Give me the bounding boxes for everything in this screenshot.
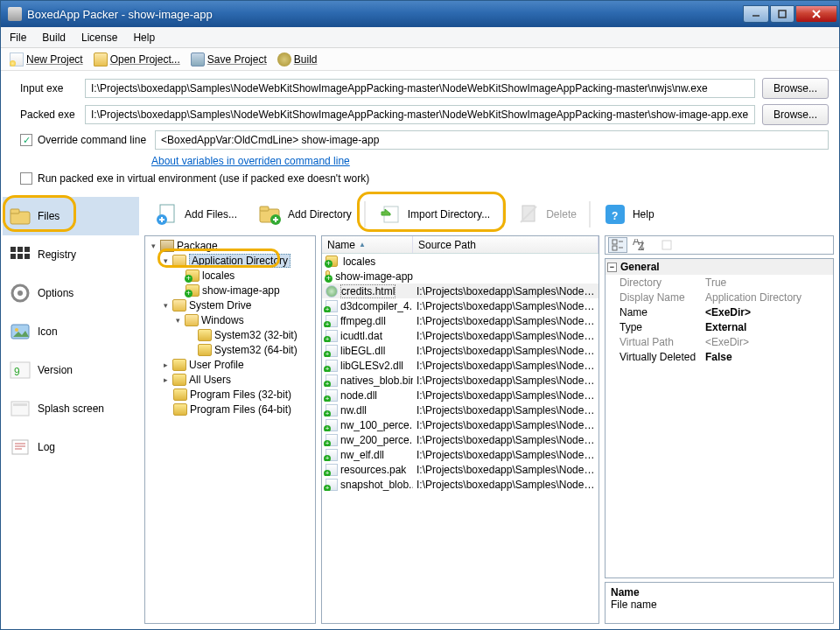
list-row[interactable]: d3dcompiler_4...I:\Projects\boxedapp\Sam… [322,298,598,313]
list-row[interactable]: natives_blob.binI:\Projects\boxedapp\Sam… [322,373,598,388]
file-path: I:\Projects\boxedapp\Samples\NodeW... [413,464,598,476]
maximize-button[interactable] [770,5,794,23]
list-row[interactable]: libGLESv2.dllI:\Projects\boxedapp\Sample… [322,358,598,373]
list-row[interactable]: nw_elf.dllI:\Projects\boxedapp\Samples\N… [322,447,598,462]
props-category-general[interactable]: −General [606,259,833,275]
svg-text:9: 9 [14,366,20,378]
input-browse-button[interactable]: Browse... [762,78,829,99]
list-row[interactable]: node.dllI:\Projects\boxedapp\Samples\Nod… [322,388,598,402]
list-body[interactable]: localesshow-image-appcredits.htmlI:\Proj… [322,254,598,623]
tree-node-user-profile[interactable]: ▸User Profile [145,357,315,372]
import-directory-button[interactable]: Import Directory... [369,199,499,230]
sidebar-item-registry[interactable]: Registry [3,235,139,274]
svg-rect-19 [13,403,27,406]
props-row-directory[interactable]: DirectoryTrue [606,275,833,290]
list-row[interactable]: nw.dllI:\Projects\boxedapp\Samples\NodeW… [322,402,598,417]
minimize-button[interactable] [743,5,769,23]
tree-node-locales[interactable]: locales [145,268,315,283]
delete-button[interactable]: Delete [508,199,585,230]
menu-file[interactable]: File [10,32,26,44]
tree-node-windows[interactable]: ▾Windows [145,312,315,327]
svg-rect-29 [260,206,269,211]
svg-rect-11 [24,254,30,259]
tree-node-show-image[interactable]: show-image-app [145,283,315,298]
directory-tree[interactable]: ▾Package ▾Application Directory locales … [144,235,316,624]
list-row[interactable]: resources.pakI:\Projects\boxedapp\Sample… [322,462,598,477]
menu-help[interactable]: Help [133,32,155,44]
props-categorized-button[interactable] [608,237,627,253]
packed-browse-button[interactable]: Browse... [762,104,829,125]
options-icon [8,283,32,304]
list-row[interactable]: ffmpeg.dllI:\Projects\boxedapp\Samples\N… [322,313,598,328]
collapse-icon[interactable]: ▾ [173,315,183,325]
collapse-icon[interactable]: ▾ [161,256,171,265]
list-row[interactable]: locales [322,254,598,269]
tree-node-pf64[interactable]: Program Files (64-bit) [145,402,315,416]
add-files-button[interactable]: Add Files... [146,199,246,230]
expand-icon[interactable]: ▸ [161,360,171,369]
list-row[interactable]: credits.htmlI:\Projects\boxedapp\Samples… [322,284,598,298]
input-exe-field[interactable] [85,79,755,98]
tree-node-sys64[interactable]: System32 (64-bit) [145,342,315,357]
menu-license[interactable]: License [81,32,117,44]
run-virtual-checkbox[interactable] [20,172,32,185]
sidebar-item-splash[interactable]: Splash screen [3,389,139,428]
props-row-display-name[interactable]: Display NameApplication Directory [606,290,833,304]
about-variables-link[interactable]: About variables in overriden command lin… [151,155,350,167]
list-row[interactable]: show-image-app [322,269,598,284]
main-area: Files Registry Options Icon 9 Version Sp… [1,193,839,629]
column-header-source-path[interactable]: Source Path [413,236,598,253]
props-row-virtually-deleted[interactable]: Virtually DeletedFalse [606,349,833,364]
props-row-type[interactable]: TypeExternal [606,319,833,334]
tree-node-package[interactable]: ▾Package [145,238,315,253]
collapse-icon[interactable]: ▾ [149,241,158,250]
properties-toolbar: AZ [605,235,834,255]
list-row[interactable]: nw_200_perce...I:\Projects\boxedapp\Samp… [322,432,598,447]
list-row[interactable]: libEGL.dllI:\Projects\boxedapp\Samples\N… [322,343,598,358]
sidebar-item-log[interactable]: Log [3,428,139,466]
build-button[interactable]: Build [274,51,321,68]
override-cmdline-checkbox[interactable] [20,134,32,146]
sidebar-item-options[interactable]: Options [3,274,139,312]
add-directory-button[interactable]: Add Directory [249,199,360,230]
collapse-icon[interactable]: − [607,262,617,272]
collapse-icon[interactable]: ▾ [161,300,171,310]
tree-node-system-drive[interactable]: ▾System Drive [145,298,315,312]
sidebar-item-version[interactable]: 9 Version [3,351,139,389]
column-header-name[interactable]: Name▲ [322,236,413,253]
open-project-button[interactable]: Open Project... [90,51,184,68]
tree-node-app-dir[interactable]: ▾Application Directory [145,253,315,268]
tree-node-sys32[interactable]: System32 (32-bit) [145,327,315,342]
file-icon [326,434,338,446]
props-pages-button[interactable] [657,237,676,253]
file-path: I:\Projects\boxedapp\Samples\NodeW... [413,374,598,387]
props-desc-title: Name [611,586,828,598]
properties-grid[interactable]: −General DirectoryTrue Display NameAppli… [605,258,834,578]
save-project-button[interactable]: Save Project [187,51,270,68]
new-project-button[interactable]: New Project [6,51,87,68]
props-alphabetical-button[interactable]: AZ [629,237,648,253]
list-row[interactable]: snapshot_blob....I:\Projects\boxedapp\Sa… [322,477,598,492]
section-sidebar: Files Registry Options Icon 9 Version Sp… [1,193,141,629]
titlebar[interactable]: BoxedApp Packer - show-image-app [1,1,839,27]
sidebar-item-icon[interactable]: Icon [3,312,139,351]
props-row-name[interactable]: Name<ExeDir> [606,304,833,319]
expand-icon[interactable]: ▸ [161,374,171,384]
sidebar-item-files[interactable]: Files [3,197,139,235]
add-files-icon [155,202,179,227]
override-cmdline-field[interactable] [155,130,829,150]
file-path: I:\Projects\boxedapp\Samples\NodeW... [413,330,598,342]
list-row[interactable]: icudtl.datI:\Projects\boxedapp\Samples\N… [322,328,598,343]
tree-node-pf32[interactable]: Program Files (32-bit) [145,387,315,402]
menu-build[interactable]: Build [42,32,66,44]
file-path: I:\Projects\boxedapp\Samples\NodeW... [413,404,598,416]
list-row[interactable]: nw_100_perce...I:\Projects\boxedapp\Samp… [322,417,598,432]
project-paths-form: Input exe Browse... Packed exe Browse...… [1,71,839,193]
props-row-virtual-path[interactable]: Virtual Path<ExeDir> [606,334,833,349]
list-header: Name▲ Source Path [322,236,598,254]
packed-exe-field[interactable] [85,105,755,124]
close-button[interactable] [795,5,837,23]
tree-node-all-users[interactable]: ▸All Users [145,372,315,387]
file-path: I:\Projects\boxedapp\Samples\NodeW... [413,479,598,491]
help-button[interactable]: ? Help [594,199,663,230]
